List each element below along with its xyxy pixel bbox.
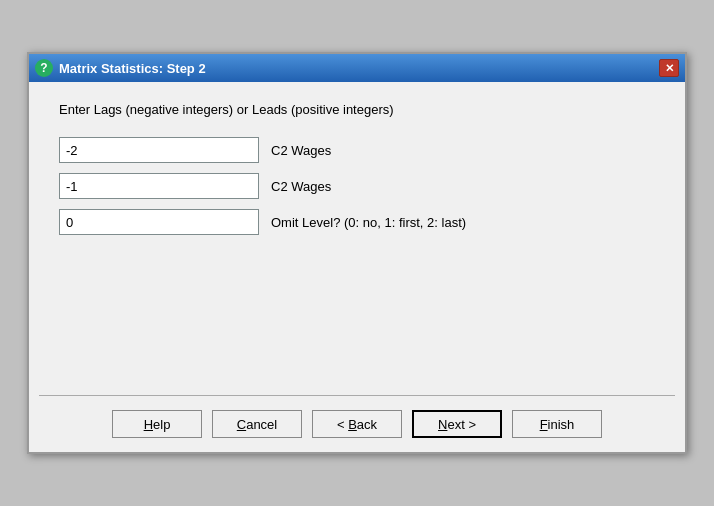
field-label-3: Omit Level? (0: no, 1: first, 2: last) bbox=[271, 215, 466, 230]
title-bar: ? Matrix Statistics: Step 2 ✕ bbox=[29, 54, 685, 82]
finish-button[interactable]: Finish bbox=[512, 410, 602, 438]
help-button[interactable]: Help bbox=[112, 410, 202, 438]
field-row-3: Omit Level? (0: no, 1: first, 2: last) bbox=[59, 209, 655, 235]
field-row-1: C2 Wages bbox=[59, 137, 655, 163]
close-button[interactable]: ✕ bbox=[659, 59, 679, 77]
next-button[interactable]: Next > bbox=[412, 410, 502, 438]
field-label-2: C2 Wages bbox=[271, 179, 331, 194]
field-label-1: C2 Wages bbox=[271, 143, 331, 158]
dialog-content: Enter Lags (negative integers) or Leads … bbox=[29, 82, 685, 395]
instruction-text: Enter Lags (negative integers) or Leads … bbox=[59, 102, 655, 117]
fields-area: C2 Wages C2 Wages Omit Level? (0: no, 1:… bbox=[59, 137, 655, 235]
back-button[interactable]: < Back bbox=[312, 410, 402, 438]
dialog-window: ? Matrix Statistics: Step 2 ✕ Enter Lags… bbox=[27, 52, 687, 454]
content-spacer bbox=[59, 255, 655, 375]
lag-input-1[interactable] bbox=[59, 137, 259, 163]
lag-input-2[interactable] bbox=[59, 173, 259, 199]
help-icon: ? bbox=[35, 59, 53, 77]
button-bar: Help Cancel < Back Next > Finish bbox=[29, 396, 685, 452]
omit-level-input[interactable] bbox=[59, 209, 259, 235]
title-bar-left: ? Matrix Statistics: Step 2 bbox=[35, 59, 206, 77]
field-row-2: C2 Wages bbox=[59, 173, 655, 199]
dialog-title: Matrix Statistics: Step 2 bbox=[59, 61, 206, 76]
cancel-button[interactable]: Cancel bbox=[212, 410, 302, 438]
